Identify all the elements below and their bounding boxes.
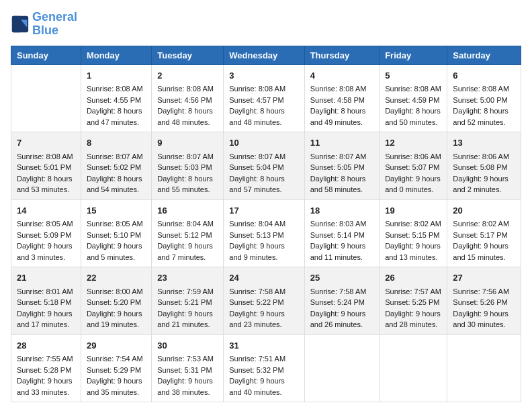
- day-number: 8: [87, 136, 146, 150]
- day-number: 25: [310, 271, 374, 285]
- sunrise-text: Sunrise: 8:05 AM: [17, 220, 73, 228]
- daylight-text: Daylight: 8 hours and 48 minutes.: [157, 107, 213, 126]
- calendar-cell: [447, 334, 521, 402]
- daylight-text: Daylight: 9 hours and 9 minutes.: [229, 242, 285, 261]
- daylight-text: Daylight: 9 hours and 19 minutes.: [87, 310, 142, 329]
- sunrise-text: Sunrise: 7:58 AM: [310, 287, 367, 295]
- day-number: 5: [385, 69, 441, 83]
- daylight-text: Daylight: 8 hours and 54 minutes.: [87, 175, 142, 194]
- logo-icon: [11, 15, 30, 34]
- day-number: 7: [17, 136, 75, 150]
- day-number: 20: [453, 204, 515, 218]
- sunset-text: Sunset: 5:24 PM: [310, 298, 365, 306]
- sunset-text: Sunset: 5:25 PM: [385, 298, 439, 306]
- sunrise-text: Sunrise: 8:06 AM: [385, 152, 441, 161]
- sunrise-text: Sunrise: 7:56 AM: [453, 287, 509, 295]
- day-number: 11: [310, 136, 374, 150]
- calendar-table: SundayMondayTuesdayWednesdayThursdayFrid…: [11, 46, 521, 403]
- sunset-text: Sunset: 5:22 PM: [229, 298, 283, 306]
- sunset-text: Sunset: 5:00 PM: [453, 96, 507, 104]
- day-number: 12: [385, 136, 441, 150]
- sunset-text: Sunset: 5:03 PM: [157, 163, 212, 171]
- header-tuesday: Tuesday: [152, 46, 224, 64]
- day-number: 19: [385, 204, 441, 218]
- daylight-text: Daylight: 9 hours and 30 minutes.: [453, 310, 508, 329]
- sunset-text: Sunset: 5:09 PM: [17, 231, 71, 239]
- calendar-cell: 6Sunrise: 8:08 AMSunset: 5:00 PMDaylight…: [447, 64, 521, 132]
- sunset-text: Sunset: 4:55 PM: [87, 96, 141, 104]
- calendar-cell: [380, 334, 447, 402]
- daylight-text: Daylight: 9 hours and 28 minutes.: [385, 310, 441, 329]
- day-number: 18: [310, 204, 374, 218]
- day-number: 23: [157, 271, 218, 285]
- calendar-cell: 13Sunrise: 8:06 AMSunset: 5:08 PMDayligh…: [447, 132, 521, 200]
- daylight-text: Daylight: 9 hours and 3 minutes.: [17, 242, 73, 261]
- calendar-header-row: SundayMondayTuesdayWednesdayThursdayFrid…: [11, 46, 521, 64]
- calendar-week-row: 14Sunrise: 8:05 AMSunset: 5:09 PMDayligh…: [11, 199, 521, 267]
- sunrise-text: Sunrise: 8:04 AM: [157, 220, 214, 228]
- sunrise-text: Sunrise: 8:08 AM: [17, 152, 73, 161]
- calendar-week-row: 7Sunrise: 8:08 AMSunset: 5:01 PMDaylight…: [11, 132, 521, 200]
- calendar-cell: 11Sunrise: 8:07 AMSunset: 5:05 PMDayligh…: [304, 132, 380, 200]
- daylight-text: Daylight: 9 hours and 38 minutes.: [157, 377, 213, 396]
- calendar-cell: 20Sunrise: 8:02 AMSunset: 5:17 PMDayligh…: [447, 199, 521, 267]
- sunset-text: Sunset: 5:28 PM: [17, 366, 71, 374]
- daylight-text: Daylight: 8 hours and 48 minutes.: [229, 107, 285, 126]
- sunset-text: Sunset: 5:18 PM: [17, 298, 71, 306]
- calendar-cell: 22Sunrise: 8:00 AMSunset: 5:20 PMDayligh…: [81, 267, 151, 335]
- day-number: 15: [87, 204, 146, 218]
- calendar-cell: 9Sunrise: 8:07 AMSunset: 5:03 PMDaylight…: [152, 132, 224, 200]
- calendar-cell: 19Sunrise: 8:02 AMSunset: 5:15 PMDayligh…: [380, 199, 447, 267]
- calendar-cell: 3Sunrise: 8:08 AMSunset: 4:57 PMDaylight…: [224, 64, 304, 132]
- sunset-text: Sunset: 5:04 PM: [229, 163, 283, 171]
- calendar-cell: 26Sunrise: 7:57 AMSunset: 5:25 PMDayligh…: [380, 267, 447, 335]
- day-number: 26: [385, 271, 441, 285]
- daylight-text: Daylight: 9 hours and 17 minutes.: [17, 310, 73, 329]
- sunrise-text: Sunrise: 8:03 AM: [310, 220, 367, 228]
- sunrise-text: Sunrise: 8:04 AM: [229, 220, 285, 228]
- sunset-text: Sunset: 5:26 PM: [453, 298, 507, 306]
- calendar-cell: 1Sunrise: 8:08 AMSunset: 4:55 PMDaylight…: [81, 64, 151, 132]
- sunset-text: Sunset: 4:56 PM: [157, 96, 212, 104]
- calendar-cell: 30Sunrise: 7:53 AMSunset: 5:31 PMDayligh…: [152, 334, 224, 402]
- day-number: 22: [87, 271, 146, 285]
- daylight-text: Daylight: 9 hours and 26 minutes.: [310, 310, 366, 329]
- header-saturday: Saturday: [447, 46, 521, 64]
- sunrise-text: Sunrise: 8:08 AM: [385, 85, 441, 93]
- calendar-cell: 31Sunrise: 7:51 AMSunset: 5:32 PMDayligh…: [224, 334, 304, 402]
- sunrise-text: Sunrise: 8:01 AM: [17, 287, 73, 295]
- sunrise-text: Sunrise: 8:08 AM: [453, 85, 509, 93]
- calendar-cell: 7Sunrise: 8:08 AMSunset: 5:01 PMDaylight…: [11, 132, 81, 200]
- daylight-text: Daylight: 9 hours and 0 minutes.: [385, 175, 441, 194]
- day-number: 21: [17, 271, 75, 285]
- sunrise-text: Sunrise: 8:08 AM: [229, 85, 285, 93]
- calendar-cell: 8Sunrise: 8:07 AMSunset: 5:02 PMDaylight…: [81, 132, 151, 200]
- calendar-cell: 5Sunrise: 8:08 AMSunset: 4:59 PMDaylight…: [380, 64, 447, 132]
- calendar-cell: 23Sunrise: 7:59 AMSunset: 5:21 PMDayligh…: [152, 267, 224, 335]
- calendar-cell: [11, 64, 81, 132]
- logo: General Blue: [11, 11, 77, 38]
- day-number: 4: [310, 69, 374, 83]
- calendar-cell: 15Sunrise: 8:05 AMSunset: 5:10 PMDayligh…: [81, 199, 151, 267]
- sunset-text: Sunset: 4:57 PM: [229, 96, 283, 104]
- daylight-text: Daylight: 9 hours and 23 minutes.: [229, 310, 285, 329]
- daylight-text: Daylight: 9 hours and 2 minutes.: [453, 175, 508, 194]
- daylight-text: Daylight: 8 hours and 52 minutes.: [453, 107, 508, 126]
- sunrise-text: Sunrise: 8:08 AM: [157, 85, 214, 93]
- calendar-cell: 29Sunrise: 7:54 AMSunset: 5:29 PMDayligh…: [81, 334, 151, 402]
- calendar-cell: 28Sunrise: 7:55 AMSunset: 5:28 PMDayligh…: [11, 334, 81, 402]
- day-number: 30: [157, 339, 218, 353]
- sunset-text: Sunset: 5:13 PM: [229, 231, 283, 239]
- daylight-text: Daylight: 9 hours and 11 minutes.: [310, 242, 366, 261]
- daylight-text: Daylight: 9 hours and 5 minutes.: [87, 242, 142, 261]
- day-number: 9: [157, 136, 218, 150]
- day-number: 10: [229, 136, 298, 150]
- sunrise-text: Sunrise: 7:54 AM: [87, 355, 143, 363]
- day-number: 13: [453, 136, 515, 150]
- sunrise-text: Sunrise: 7:55 AM: [17, 355, 73, 363]
- header-monday: Monday: [81, 46, 151, 64]
- day-number: 6: [453, 69, 515, 83]
- daylight-text: Daylight: 9 hours and 21 minutes.: [157, 310, 213, 329]
- sunrise-text: Sunrise: 7:57 AM: [385, 287, 441, 295]
- sunset-text: Sunset: 4:59 PM: [385, 96, 439, 104]
